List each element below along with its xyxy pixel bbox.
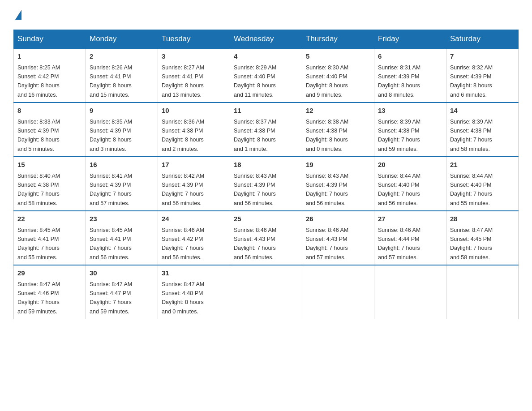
day-number: 27 <box>378 214 442 224</box>
calendar-cell: 19Sunrise: 8:43 AMSunset: 4:39 PMDayligh… <box>302 157 374 211</box>
day-info: Sunrise: 8:46 AMSunset: 4:42 PMDaylight:… <box>162 227 204 261</box>
day-number: 19 <box>306 160 370 170</box>
calendar-header-row: SundayMondayTuesdayWednesdayThursdayFrid… <box>14 30 519 49</box>
calendar-cell: 28Sunrise: 8:47 AMSunset: 4:45 PMDayligh… <box>446 211 519 265</box>
day-info: Sunrise: 8:45 AMSunset: 4:41 PMDaylight:… <box>17 227 60 261</box>
calendar-cell: 15Sunrise: 8:40 AMSunset: 4:38 PMDayligh… <box>14 157 86 211</box>
calendar-day-header: Thursday <box>302 30 374 49</box>
calendar-cell: 11Sunrise: 8:37 AMSunset: 4:38 PMDayligh… <box>230 103 302 157</box>
calendar-week-row: 1Sunrise: 8:25 AMSunset: 4:42 PMDaylight… <box>14 48 519 103</box>
day-number: 30 <box>90 268 154 278</box>
calendar-cell: 26Sunrise: 8:46 AMSunset: 4:43 PMDayligh… <box>302 211 374 265</box>
day-info: Sunrise: 8:26 AMSunset: 4:41 PMDaylight:… <box>90 64 132 98</box>
calendar-week-row: 8Sunrise: 8:33 AMSunset: 4:39 PMDaylight… <box>14 103 519 157</box>
day-number: 8 <box>17 106 82 116</box>
calendar-table: SundayMondayTuesdayWednesdayThursdayFrid… <box>13 30 519 319</box>
calendar-cell: 6Sunrise: 8:31 AMSunset: 4:39 PMDaylight… <box>374 48 446 103</box>
calendar-day-header: Wednesday <box>230 30 302 49</box>
calendar-cell: 8Sunrise: 8:33 AMSunset: 4:39 PMDaylight… <box>14 103 86 157</box>
day-number: 23 <box>90 214 154 224</box>
day-number: 3 <box>162 51 226 62</box>
calendar-cell: 21Sunrise: 8:44 AMSunset: 4:40 PMDayligh… <box>446 157 519 211</box>
calendar-cell: 12Sunrise: 8:38 AMSunset: 4:38 PMDayligh… <box>302 103 374 157</box>
day-info: Sunrise: 8:41 AMSunset: 4:39 PMDaylight:… <box>90 173 132 206</box>
day-number: 24 <box>162 214 226 224</box>
day-info: Sunrise: 8:45 AMSunset: 4:41 PMDaylight:… <box>90 227 132 261</box>
day-info: Sunrise: 8:33 AMSunset: 4:39 PMDaylight:… <box>17 119 60 152</box>
calendar-cell: 10Sunrise: 8:36 AMSunset: 4:38 PMDayligh… <box>158 103 230 157</box>
calendar-day-header: Tuesday <box>158 30 230 49</box>
page-header <box>13 9 519 21</box>
day-number: 12 <box>306 106 370 116</box>
calendar-day-header: Saturday <box>446 30 519 49</box>
logo-triangle-icon <box>15 10 21 20</box>
calendar-cell: 2Sunrise: 8:26 AMSunset: 4:41 PMDaylight… <box>86 48 158 103</box>
day-number: 13 <box>378 106 442 116</box>
day-number: 2 <box>90 51 154 62</box>
day-number: 22 <box>17 214 82 224</box>
day-number: 1 <box>17 51 82 62</box>
calendar-cell: 16Sunrise: 8:41 AMSunset: 4:39 PMDayligh… <box>86 157 158 211</box>
calendar-week-row: 29Sunrise: 8:47 AMSunset: 4:46 PMDayligh… <box>14 265 519 319</box>
calendar-cell: 7Sunrise: 8:32 AMSunset: 4:39 PMDaylight… <box>446 48 519 103</box>
calendar-cell: 24Sunrise: 8:46 AMSunset: 4:42 PMDayligh… <box>158 211 230 265</box>
day-info: Sunrise: 8:30 AMSunset: 4:40 PMDaylight:… <box>306 64 348 98</box>
calendar-day-header: Sunday <box>14 30 86 49</box>
day-info: Sunrise: 8:47 AMSunset: 4:48 PMDaylight:… <box>162 281 204 315</box>
day-number: 4 <box>234 51 298 62</box>
calendar-cell: 22Sunrise: 8:45 AMSunset: 4:41 PMDayligh… <box>14 211 86 265</box>
calendar-cell: 27Sunrise: 8:46 AMSunset: 4:44 PMDayligh… <box>374 211 446 265</box>
calendar-cell: 17Sunrise: 8:42 AMSunset: 4:39 PMDayligh… <box>158 157 230 211</box>
day-number: 17 <box>162 160 226 170</box>
calendar-cell: 9Sunrise: 8:35 AMSunset: 4:39 PMDaylight… <box>86 103 158 157</box>
day-number: 14 <box>450 106 515 116</box>
day-info: Sunrise: 8:32 AMSunset: 4:39 PMDaylight:… <box>450 64 493 98</box>
day-number: 29 <box>17 268 82 278</box>
day-info: Sunrise: 8:29 AMSunset: 4:40 PMDaylight:… <box>234 64 276 98</box>
calendar-cell: 3Sunrise: 8:27 AMSunset: 4:41 PMDaylight… <box>158 48 230 103</box>
day-info: Sunrise: 8:39 AMSunset: 4:38 PMDaylight:… <box>378 119 420 152</box>
calendar-week-row: 15Sunrise: 8:40 AMSunset: 4:38 PMDayligh… <box>14 157 519 211</box>
day-info: Sunrise: 8:39 AMSunset: 4:38 PMDaylight:… <box>450 119 493 152</box>
calendar-cell: 23Sunrise: 8:45 AMSunset: 4:41 PMDayligh… <box>86 211 158 265</box>
day-number: 31 <box>162 268 226 278</box>
calendar-cell: 31Sunrise: 8:47 AMSunset: 4:48 PMDayligh… <box>158 265 230 319</box>
day-info: Sunrise: 8:38 AMSunset: 4:38 PMDaylight:… <box>306 119 348 152</box>
day-number: 18 <box>234 160 298 170</box>
day-info: Sunrise: 8:44 AMSunset: 4:40 PMDaylight:… <box>450 173 493 206</box>
day-info: Sunrise: 8:25 AMSunset: 4:42 PMDaylight:… <box>17 64 60 98</box>
day-info: Sunrise: 8:47 AMSunset: 4:46 PMDaylight:… <box>17 281 60 315</box>
calendar-cell: 4Sunrise: 8:29 AMSunset: 4:40 PMDaylight… <box>230 48 302 103</box>
calendar-cell: 14Sunrise: 8:39 AMSunset: 4:38 PMDayligh… <box>446 103 519 157</box>
calendar-cell <box>446 265 519 319</box>
day-number: 10 <box>162 106 226 116</box>
calendar-cell: 20Sunrise: 8:44 AMSunset: 4:40 PMDayligh… <box>374 157 446 211</box>
calendar-day-header: Friday <box>374 30 446 49</box>
day-info: Sunrise: 8:35 AMSunset: 4:39 PMDaylight:… <box>90 119 132 152</box>
calendar-cell: 5Sunrise: 8:30 AMSunset: 4:40 PMDaylight… <box>302 48 374 103</box>
day-number: 15 <box>17 160 82 170</box>
calendar-cell: 25Sunrise: 8:46 AMSunset: 4:43 PMDayligh… <box>230 211 302 265</box>
day-info: Sunrise: 8:37 AMSunset: 4:38 PMDaylight:… <box>234 119 276 152</box>
day-number: 28 <box>450 214 515 224</box>
day-info: Sunrise: 8:43 AMSunset: 4:39 PMDaylight:… <box>306 173 348 206</box>
day-number: 9 <box>90 106 154 116</box>
day-number: 25 <box>234 214 298 224</box>
day-number: 21 <box>450 160 515 170</box>
calendar-cell: 18Sunrise: 8:43 AMSunset: 4:39 PMDayligh… <box>230 157 302 211</box>
day-info: Sunrise: 8:43 AMSunset: 4:39 PMDaylight:… <box>234 173 276 206</box>
day-info: Sunrise: 8:27 AMSunset: 4:41 PMDaylight:… <box>162 64 204 98</box>
day-info: Sunrise: 8:46 AMSunset: 4:43 PMDaylight:… <box>234 227 276 261</box>
day-info: Sunrise: 8:47 AMSunset: 4:47 PMDaylight:… <box>90 281 132 315</box>
day-info: Sunrise: 8:47 AMSunset: 4:45 PMDaylight:… <box>450 227 493 261</box>
calendar-cell <box>302 265 374 319</box>
day-number: 16 <box>90 160 154 170</box>
calendar-cell <box>374 265 446 319</box>
day-number: 11 <box>234 106 298 116</box>
day-number: 20 <box>378 160 442 170</box>
day-info: Sunrise: 8:42 AMSunset: 4:39 PMDaylight:… <box>162 173 204 206</box>
day-info: Sunrise: 8:31 AMSunset: 4:39 PMDaylight:… <box>378 64 420 98</box>
calendar-cell: 13Sunrise: 8:39 AMSunset: 4:38 PMDayligh… <box>374 103 446 157</box>
calendar-cell: 30Sunrise: 8:47 AMSunset: 4:47 PMDayligh… <box>86 265 158 319</box>
day-info: Sunrise: 8:36 AMSunset: 4:38 PMDaylight:… <box>162 119 204 152</box>
